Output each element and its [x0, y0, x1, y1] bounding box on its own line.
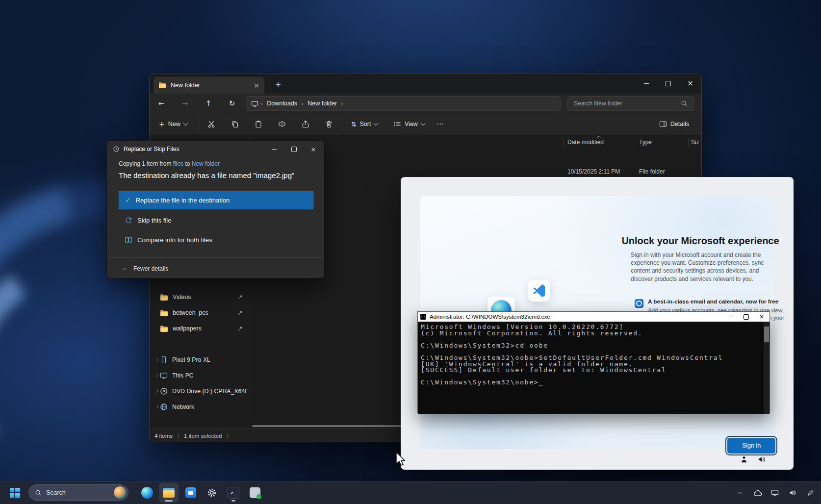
taskbar-terminal-button[interactable]: >_	[224, 483, 243, 503]
taskbar-file-explorer-button[interactable]	[159, 483, 179, 503]
dialog-copy-summary: Copying 1 item from files to New folder	[119, 160, 220, 167]
chevron-right-icon[interactable]	[155, 404, 160, 409]
sidebar-item-network[interactable]: Network	[151, 400, 248, 414]
details-pane-button[interactable]: Details	[655, 116, 693, 132]
column-header-type[interactable]: Type	[639, 139, 652, 146]
sidebar-item-label: between_pcs	[173, 309, 237, 316]
cmd-title-bar[interactable]: C:\ Administrator: C:\WINDOWS\system32\c…	[418, 312, 770, 322]
chevron-right-icon[interactable]	[155, 357, 160, 362]
sidebar-item-wallpapers[interactable]: wallpapers	[151, 321, 248, 336]
taskbar: Search >_	[0, 481, 821, 504]
horizontal-scrollbar[interactable]	[252, 425, 404, 427]
compare-option-label: Compare info for both files	[137, 236, 212, 244]
minimize-button[interactable]	[264, 142, 284, 156]
new-tab-button[interactable]: +	[272, 79, 284, 91]
new-button[interactable]: + New	[154, 116, 192, 132]
close-button[interactable]: ×	[679, 74, 701, 93]
sort-button[interactable]: ⇅ Sort	[347, 116, 382, 132]
up-button[interactable]: ↑	[201, 96, 216, 111]
network-tray-button[interactable]	[768, 483, 782, 503]
hidden-icons-button[interactable]	[733, 483, 746, 503]
volume-tray-button[interactable]	[786, 483, 799, 503]
pin-icon	[237, 310, 243, 316]
sidebar-item-pixel-phone[interactable]: Pixel 9 Pro XL	[151, 353, 248, 367]
column-divider[interactable]	[688, 138, 689, 146]
source-folder-link[interactable]: files	[173, 160, 183, 167]
chevron-right-icon[interactable]	[155, 373, 160, 378]
skip-option-label: Skip this file	[137, 217, 171, 224]
start-button[interactable]	[5, 483, 25, 503]
cell-type: File folder	[639, 168, 665, 175]
delete-button[interactable]	[320, 116, 338, 132]
maximize-button[interactable]	[284, 142, 304, 156]
pen-tray-button[interactable]	[803, 483, 817, 503]
address-bar[interactable]: › Downloads › New folder ›	[246, 96, 561, 111]
taskbar-settings-button[interactable]	[202, 483, 222, 503]
maximize-button[interactable]	[738, 312, 754, 322]
console-line: (c) Microsoft Corporation. All rights re…	[421, 330, 765, 337]
taskbar-search-placeholder: Search	[46, 489, 114, 496]
paste-button[interactable]	[250, 116, 267, 132]
search-highlight-image	[114, 486, 126, 499]
refresh-button[interactable]: ↻	[224, 96, 240, 111]
toolbar-divider	[342, 118, 342, 130]
close-button[interactable]: ×	[754, 312, 770, 322]
column-divider[interactable]	[635, 138, 635, 146]
sign-in-button[interactable]: Sign in	[727, 438, 775, 454]
column-header-date-modified[interactable]: Date modified	[567, 139, 604, 146]
search-input[interactable]: Search New folder	[567, 96, 694, 111]
fewer-details-toggle[interactable]: Fewer details	[107, 258, 324, 278]
running-app-indicator	[231, 500, 235, 502]
app-installer-icon	[250, 487, 260, 498]
accessibility-icon[interactable]	[740, 455, 748, 464]
replace-file-option[interactable]: ✓ Replace the file in the destination	[119, 191, 313, 209]
sidebar-item-between-pcs[interactable]: between_pcs	[151, 305, 248, 320]
sidebar-item-this-pc[interactable]: This PC	[151, 368, 248, 383]
share-button[interactable]	[297, 116, 314, 132]
network-icon	[771, 489, 779, 497]
maximize-button[interactable]	[657, 74, 679, 93]
new-label: New	[168, 121, 180, 127]
sidebar-item-dvd-drive[interactable]: DVD Drive (D:) CPRA_X64FRE_	[151, 384, 248, 399]
item-count: 4 items	[154, 433, 173, 439]
forward-button[interactable]: →	[177, 96, 193, 111]
minimize-button[interactable]	[722, 312, 738, 322]
back-button[interactable]: ←	[154, 96, 169, 111]
selection-count: 1 item selected	[184, 433, 222, 439]
compare-files-option[interactable]: Compare info for both files	[119, 232, 313, 248]
cmd-window-controls: ×	[722, 312, 770, 322]
cloud-icon	[753, 489, 762, 497]
close-button[interactable]: ×	[304, 142, 323, 156]
column-divider[interactable]	[563, 138, 564, 146]
toolbar-divider	[200, 118, 200, 130]
chevron-right-icon[interactable]	[155, 389, 160, 394]
sidebar-item-videos[interactable]: Videos	[151, 290, 248, 304]
volume-icon[interactable]	[757, 455, 766, 464]
more-options-button[interactable]: ⋯	[432, 116, 448, 132]
folder-icon	[158, 81, 166, 89]
cut-button[interactable]	[203, 116, 220, 132]
terminal-icon: >_	[228, 487, 239, 499]
column-header-size[interactable]: Siz	[691, 139, 699, 146]
taskbar-edge-button[interactable]	[137, 483, 157, 503]
taskbar-search[interactable]: Search	[28, 484, 128, 501]
cloud-tray-button[interactable]	[750, 483, 764, 503]
rename-button[interactable]	[273, 116, 291, 132]
vertical-scrollbar[interactable]	[764, 322, 770, 414]
skip-file-option[interactable]: Skip this file	[119, 212, 313, 228]
tab-close-icon[interactable]: ×	[254, 82, 259, 89]
explorer-tab[interactable]: New folder ×	[154, 77, 264, 94]
minimize-button[interactable]	[635, 74, 657, 93]
taskbar-store-button[interactable]	[181, 483, 201, 503]
destination-folder-link[interactable]: New folder	[192, 160, 220, 167]
breadcrumb-separator: ›	[299, 100, 306, 107]
scrollbar-thumb[interactable]	[764, 327, 769, 342]
copy-button[interactable]	[226, 116, 244, 132]
taskbar-installer-button[interactable]	[245, 483, 265, 503]
search-placeholder: Search New folder	[574, 100, 681, 107]
view-button[interactable]: View	[389, 116, 429, 132]
breadcrumb-new-folder[interactable]: New folder	[306, 100, 339, 107]
cmd-console-output[interactable]: Microsoft Windows [Version 10.0.26220.67…	[418, 322, 765, 414]
breadcrumb-downloads[interactable]: Downloads	[265, 100, 299, 107]
oobe-feature-title: A best-in-class email and calendar, now …	[648, 298, 788, 305]
